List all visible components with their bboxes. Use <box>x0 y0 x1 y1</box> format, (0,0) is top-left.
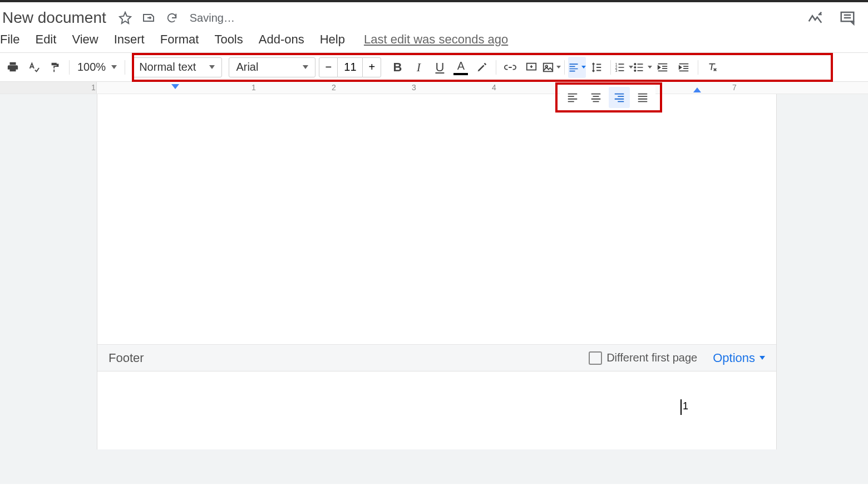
paragraph-style-dropdown[interactable]: Normal text <box>132 57 222 77</box>
bulleted-list-button[interactable] <box>633 57 652 78</box>
align-justify-button[interactable] <box>632 87 653 108</box>
svg-point-8 <box>635 66 637 68</box>
menu-edit[interactable]: Edit <box>27 32 64 47</box>
options-label: Options <box>713 351 755 365</box>
paint-format-icon[interactable] <box>45 57 66 78</box>
cloud-sync-icon <box>164 10 180 26</box>
title-bar: New document Saving… <box>0 2 868 29</box>
menu-format[interactable]: Format <box>152 32 207 47</box>
clear-formatting-button[interactable] <box>702 57 723 78</box>
numbered-list-button[interactable]: 123 <box>614 57 633 78</box>
saving-status: Saving… <box>190 12 235 25</box>
align-left-button[interactable] <box>562 87 583 108</box>
document-area: Footer Different first page Options <box>0 94 868 484</box>
link-button[interactable] <box>500 57 521 78</box>
increase-indent-button[interactable] <box>673 57 694 78</box>
different-first-page-checkbox[interactable] <box>589 351 602 365</box>
ruler-mark: 2 <box>332 83 336 92</box>
footer-label: Footer <box>108 351 144 365</box>
ruler-mark: 7 <box>732 83 737 92</box>
text-cursor <box>680 399 682 415</box>
align-right-button[interactable] <box>609 87 630 108</box>
ruler-mark: 3 <box>412 83 416 92</box>
comment-button[interactable] <box>521 57 542 78</box>
image-button[interactable] <box>542 57 561 78</box>
menu-bar: File Edit View Insert Format Tools Add-o… <box>0 29 868 53</box>
align-button[interactable] <box>568 57 586 78</box>
align-popup <box>560 85 655 110</box>
toolbar: 100% Normal text Arial − 11 + B I U A 12… <box>0 53 868 82</box>
svg-rect-2 <box>544 63 553 71</box>
italic-button[interactable]: I <box>408 57 429 78</box>
print-icon[interactable] <box>2 57 23 78</box>
svg-point-7 <box>635 63 637 65</box>
page: Footer Different first page Options <box>97 94 777 449</box>
ruler[interactable]: 1 1 2 3 4 7 <box>0 82 868 94</box>
menu-help[interactable]: Help <box>312 32 353 47</box>
decrease-font-button[interactable]: − <box>319 57 338 77</box>
align-center-button[interactable] <box>585 87 606 108</box>
ruler-mark: 1 <box>91 83 96 92</box>
menu-file[interactable]: File <box>0 32 27 47</box>
zoom-value: 100% <box>77 61 106 74</box>
font-dropdown[interactable]: Arial <box>229 57 315 77</box>
move-icon[interactable] <box>141 10 156 26</box>
last-edit-link[interactable]: Last edit was seconds ago <box>364 32 508 47</box>
ruler-mark: 4 <box>492 83 496 92</box>
style-value: Normal text <box>139 61 196 74</box>
text-color-button[interactable]: A <box>450 57 471 78</box>
line-spacing-button[interactable] <box>586 57 607 78</box>
zoom-dropdown[interactable]: 100% <box>73 61 121 74</box>
spellcheck-icon[interactable] <box>23 57 45 78</box>
menu-view[interactable]: View <box>64 32 106 47</box>
comments-icon[interactable] <box>839 9 856 26</box>
star-icon[interactable] <box>117 10 133 26</box>
left-indent-marker[interactable] <box>171 84 179 89</box>
decrease-indent-button[interactable] <box>652 57 673 78</box>
footer-bar: Footer Different first page Options <box>97 345 776 371</box>
footer-content[interactable] <box>97 371 776 449</box>
menu-insert[interactable]: Insert <box>106 32 152 47</box>
activity-icon[interactable] <box>807 9 823 26</box>
font-size-input[interactable]: 11 <box>338 57 362 77</box>
page-body[interactable] <box>97 94 776 345</box>
menu-addons[interactable]: Add-ons <box>251 32 312 47</box>
footer-options-dropdown[interactable]: Options <box>713 351 765 365</box>
underline-button[interactable]: U <box>429 57 450 78</box>
svg-point-9 <box>635 70 637 71</box>
increase-font-button[interactable]: + <box>362 57 381 77</box>
ruler-mark: 1 <box>251 83 256 92</box>
menu-tools[interactable]: Tools <box>206 32 250 47</box>
bold-button[interactable]: B <box>387 57 408 78</box>
different-first-page-label: Different first page <box>606 351 697 364</box>
highlight-button[interactable] <box>471 57 492 78</box>
font-value: Arial <box>236 61 258 74</box>
document-title[interactable]: New document <box>2 9 106 27</box>
right-indent-marker[interactable] <box>693 87 701 92</box>
svg-rect-0 <box>841 12 854 21</box>
svg-text:3: 3 <box>615 69 618 72</box>
